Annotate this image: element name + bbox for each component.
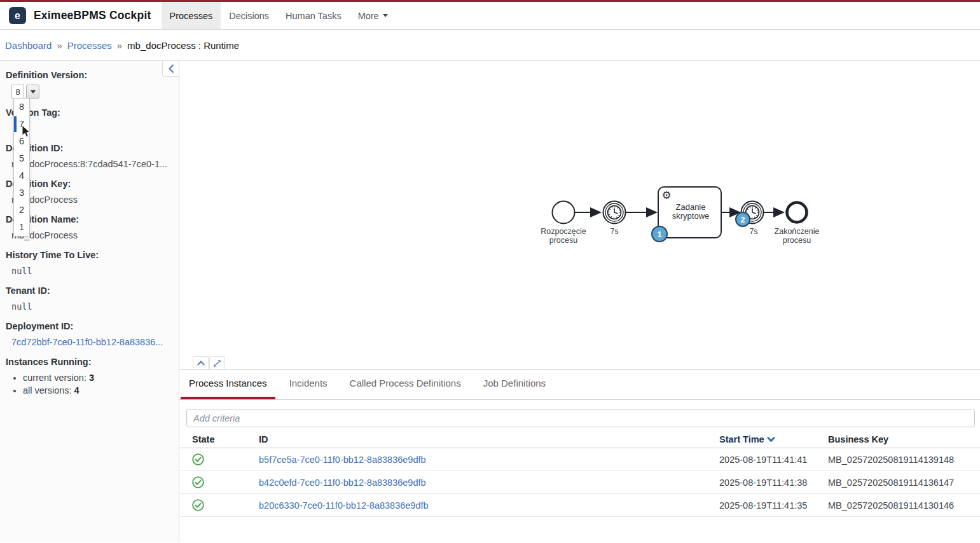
nav-tab-human-tasks[interactable]: Human Tasks [277, 2, 350, 29]
instances-all-text: all versions: [23, 385, 74, 395]
version-tag-group: Version Tag: [6, 107, 174, 134]
version-option-6[interactable]: 6 [14, 133, 29, 150]
timer-1-label: 7s [610, 227, 618, 236]
version-option-8[interactable]: 8 [14, 99, 29, 116]
table-row: b20c6330-7ce0-11f0-bb12-8a83836e9dfb 202… [179, 494, 980, 517]
column-header-start-time[interactable]: Start Time [719, 434, 828, 444]
definition-id-label: Definition ID: [6, 142, 174, 154]
definition-name-value: mb_docProcess [6, 230, 174, 241]
version-option-5[interactable]: 5 [14, 150, 29, 167]
app-root: e EximeeBPMS Cockpit Processes Decisions… [0, 0, 980, 543]
instances-running-label: Instances Running: [6, 356, 174, 368]
instances-running-group: Instances Running: current version: 3 al… [6, 356, 174, 397]
bpmn-script-task[interactable]: ⚙ Zadanie skryptowe [658, 187, 721, 238]
search-criteria-input[interactable] [186, 409, 975, 427]
nav-tab-decisions[interactable]: Decisions [221, 2, 277, 29]
definition-id-value: mb_docProcess:8:7cdad541-7ce0-1... [6, 158, 174, 170]
definition-key-value: mb_docProcess [6, 194, 174, 205]
process-instance-id-link[interactable]: b5f7ce5a-7ce0-11f0-bb12-8a83836e9dfb [259, 455, 426, 465]
breadcrumb-current: mb_docProcess : Runtime [127, 40, 239, 51]
bpmn-end-event[interactable] [787, 203, 807, 223]
definition-name-label: Definition Name: [6, 214, 174, 225]
version-option-2[interactable]: 2 [14, 202, 29, 219]
state-ok-icon [192, 499, 204, 511]
tab-called-process-definitions[interactable]: Called Process Definitions [342, 378, 469, 399]
breadcrumb: Dashboard » Processes » mb_docProcess : … [0, 30, 980, 61]
instances-all-count: 4 [74, 385, 79, 395]
history-ttl-value: null [6, 265, 174, 277]
start-event-label-2: procesu [549, 236, 578, 245]
definition-sidebar: Definition Version: Version Tag: Definit… [0, 61, 179, 542]
column-header-state: State [192, 434, 259, 444]
start-event-label-1: Rozpoczęcie [541, 227, 586, 236]
top-navbar: e EximeeBPMS Cockpit Processes Decisions… [0, 2, 980, 30]
detail-tabs: Process Instances Incidents Called Proce… [179, 371, 980, 400]
end-event-label-2: procesu [783, 236, 811, 245]
version-option-1[interactable]: 1 [14, 219, 29, 236]
version-option-7[interactable]: 7 [14, 116, 29, 133]
column-header-business-key: Business Key [828, 434, 980, 444]
business-key-cell: MB_025720250819114130146 [828, 500, 980, 511]
logo-letter: e [15, 10, 20, 22]
task-label-1: Zadanie [676, 202, 706, 212]
breadcrumb-dashboard[interactable]: Dashboard [5, 40, 52, 51]
breadcrumb-separator: » [117, 40, 122, 51]
deployment-id-link[interactable]: 7cd72bbf-7ce0-11f0-bb12-8a83836... [11, 337, 163, 347]
caret-down-icon [31, 90, 36, 93]
breadcrumb-processes[interactable]: Processes [67, 40, 112, 51]
sidebar-collapse-button[interactable] [162, 61, 179, 77]
history-ttl-group: History Time To Live: null [6, 249, 174, 277]
filter-row [186, 409, 975, 427]
deployment-id-label: Deployment ID: [6, 320, 174, 332]
process-instance-id-link[interactable]: b20c6330-7ce0-11f0-bb12-8a83836e9dfb [259, 500, 429, 511]
bpmn-timer-event-1[interactable] [604, 202, 626, 224]
version-tag-value [6, 123, 174, 134]
table-header-row: State ID Start Time Business Key [179, 431, 980, 448]
definition-key-label: Definition Key: [6, 178, 174, 189]
definition-key-group: Definition Key: mb_docProcess [6, 178, 174, 205]
version-select-button[interactable] [26, 85, 39, 99]
start-time-cell: 2025-08-19T11:41:38 [719, 478, 828, 488]
nav-tab-processes[interactable]: Processes [162, 2, 221, 29]
version-input[interactable] [11, 85, 24, 99]
table-row: b5f7ce5a-7ce0-11f0-bb12-8a83836e9dfb 202… [179, 448, 980, 471]
business-key-cell: MB_025720250819114139148 [828, 455, 980, 465]
process-instance-id-link[interactable]: b42c0efd-7ce0-11f0-bb12-8a83836e9dfb [259, 478, 426, 488]
state-ok-icon [192, 453, 204, 465]
end-event-label-1: Zakończenie [775, 227, 820, 236]
version-tag-label: Version Tag: [6, 107, 174, 118]
version-option-3[interactable]: 3 [14, 184, 29, 202]
definition-id-group: Definition ID: mb_docProcess:8:7cdad541-… [6, 142, 174, 170]
tab-process-instances[interactable]: Process Instances [181, 378, 275, 399]
instances-all-versions: all versions: 4 [23, 384, 174, 397]
caret-down-icon [383, 14, 388, 17]
bpmn-start-event[interactable] [553, 202, 575, 224]
history-ttl-label: History Time To Live: [6, 249, 174, 261]
version-dropdown-list: 8 7 6 5 4 3 2 1 [13, 98, 30, 237]
timer-badge-count: 2 [741, 216, 745, 224]
process-instances-table: State ID Start Time Business Key b5f7ce5… [179, 431, 980, 517]
app-logo-icon: e [9, 7, 26, 24]
tab-job-definitions[interactable]: Job Definitions [475, 378, 554, 399]
diagram-controls [193, 356, 226, 369]
start-time-cell: 2025-08-19T11:41:41 [719, 455, 828, 465]
diagram-fullscreen-button[interactable] [209, 356, 225, 369]
diagram-collapse-button[interactable] [193, 356, 209, 369]
sort-desc-icon [767, 437, 775, 443]
task-badge-count: 1 [657, 230, 661, 239]
instances-current-count: 3 [89, 373, 94, 383]
bpmn-diagram-canvas[interactable]: Rozpoczęcie procesu 7s [179, 61, 980, 370]
main-panel: Rozpoczęcie procesu 7s [179, 61, 980, 542]
app-title: EximeeBPMS Cockpit [34, 9, 151, 22]
task-label-2: skryptowe [672, 211, 710, 221]
version-select-widget [11, 85, 174, 99]
version-option-4[interactable]: 4 [14, 167, 29, 184]
start-time-header-label: Start Time [719, 434, 764, 444]
chevron-up-icon [197, 361, 205, 366]
business-key-cell: MB_025720250819114136147 [828, 478, 980, 488]
start-time-cell: 2025-08-19T11:41:35 [719, 500, 828, 511]
nav-tab-more[interactable]: More [350, 2, 396, 29]
instances-current-text: current version: [23, 373, 89, 383]
expand-arrows-icon [213, 359, 221, 368]
tab-incidents[interactable]: Incidents [281, 378, 336, 399]
